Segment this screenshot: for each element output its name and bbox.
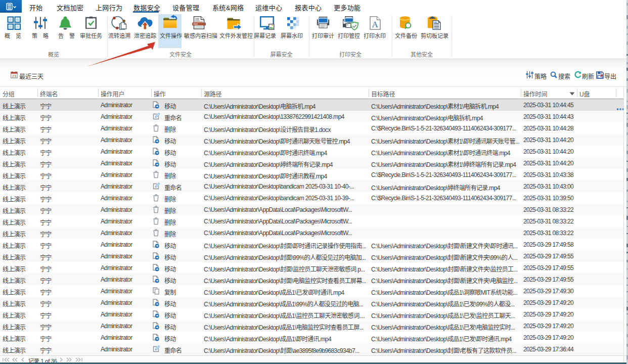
- svg-text:23: 23: [12, 74, 16, 78]
- svg-text:A: A: [372, 20, 378, 29]
